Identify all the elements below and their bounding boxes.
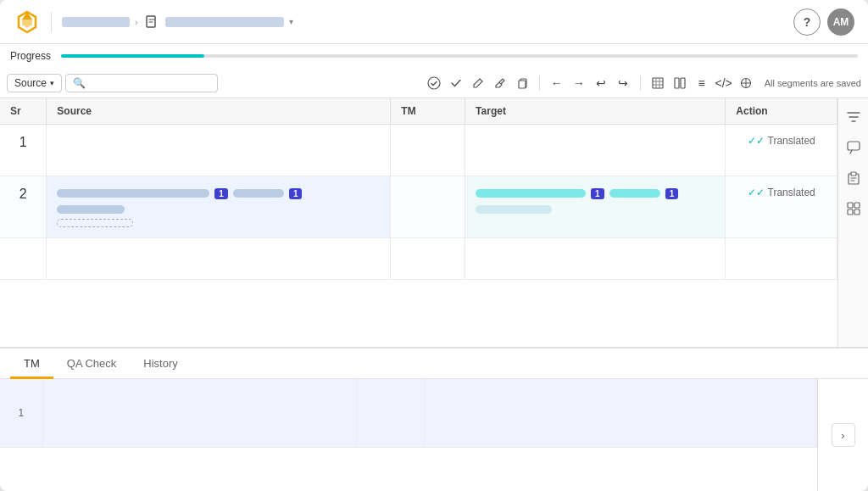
progress-fill [61, 54, 204, 58]
table-row: 2 1 1 [0, 176, 837, 238]
bottom-table: 1 [0, 379, 817, 491]
row-1-source[interactable] [47, 125, 391, 176]
toolbar-divider-2 [640, 75, 641, 91]
svg-rect-10 [848, 142, 860, 150]
target-bar-row-1: 1 1 [476, 187, 715, 200]
svg-rect-7 [675, 78, 679, 88]
row-1-action-content: ✓✓ Translated [726, 125, 837, 157]
tm-col-tm [356, 379, 424, 447]
row-2-target-content: 1 1 [465, 176, 725, 227]
tm-col-target[interactable] [424, 379, 817, 447]
header-divider [51, 12, 52, 32]
row-2-tm [391, 176, 465, 238]
row-3-action [726, 238, 837, 280]
app-logo [14, 8, 41, 36]
row-2-check-icon: ✓✓ [748, 187, 765, 198]
row-2-target[interactable]: 1 1 [465, 176, 726, 238]
arrow-left-icon[interactable]: ← [548, 75, 565, 92]
tab-tm[interactable]: TM [10, 350, 53, 379]
row-2-source[interactable]: 1 1 [47, 176, 391, 238]
source-bar-row-2 [57, 203, 380, 216]
eraser-icon[interactable] [492, 75, 509, 92]
progress-label: Progress [10, 50, 51, 62]
menu-icon[interactable]: ≡ [693, 75, 710, 92]
source-bar-1 [57, 189, 209, 198]
breadcrumb-separator: › [135, 17, 138, 27]
row-1-target[interactable] [465, 125, 726, 176]
expand-button[interactable]: › [832, 423, 855, 447]
confirm-icon[interactable] [426, 75, 442, 92]
target-bar-2 [609, 189, 660, 198]
row-1-action: ✓✓ Translated [726, 125, 837, 176]
tab-history[interactable]: History [130, 350, 191, 379]
breadcrumb-item-2[interactable] [165, 17, 284, 27]
clipboard-panel-icon[interactable] [842, 166, 865, 190]
col-header-tm: TM [391, 98, 465, 125]
data-table-container: Sr Source TM Target Action 1 [0, 98, 837, 347]
redo-icon[interactable]: ↪ [615, 75, 632, 92]
pencil-icon[interactable] [470, 75, 487, 92]
source-dropdown[interactable]: Source ▾ [7, 74, 62, 92]
toolbar: Source ▾ 🔍 [0, 68, 868, 98]
link-icon[interactable] [737, 75, 754, 92]
col-header-source: Source [47, 98, 391, 125]
svg-rect-14 [854, 203, 860, 208]
main-window: › ▾ ? AM Progress Source ▾ 🔍 [0, 0, 868, 491]
progress-track [61, 54, 858, 58]
svg-rect-16 [854, 209, 860, 215]
right-panel [837, 98, 868, 347]
target-bar-1 [476, 189, 586, 198]
bottom-panel: TM QA Check History 1 [0, 347, 868, 491]
row-1-tm [391, 125, 465, 176]
source-bar-3 [57, 205, 125, 214]
toolbar-icons: ← → ↩ ↪ ≡ </> [426, 75, 754, 92]
breadcrumb-item-1[interactable] [62, 17, 130, 27]
filter-panel-icon[interactable] [842, 105, 865, 129]
bottom-tabs: TM QA Check History [0, 349, 868, 379]
row-2-source-bars: 1 1 [57, 187, 380, 227]
grid-panel-icon[interactable] [842, 197, 865, 220]
save-status: All segments are saved [765, 78, 861, 88]
row-1-source-content [47, 125, 390, 176]
row-3-tm [391, 238, 465, 280]
breadcrumb: › ▾ [62, 14, 293, 31]
tm-row: 1 [0, 379, 817, 447]
undo-icon[interactable]: ↩ [593, 75, 609, 92]
user-avatar[interactable]: AM [827, 8, 854, 36]
bottom-content: 1 › [0, 379, 868, 491]
col-header-target: Target [465, 98, 726, 125]
table-area: Sr Source TM Target Action 1 [0, 98, 868, 347]
row-3-sr [0, 238, 47, 280]
table-icon[interactable] [649, 75, 666, 92]
comments-panel-icon[interactable] [842, 136, 865, 159]
tab-qa-check[interactable]: QA Check [53, 350, 131, 379]
svg-point-4 [428, 77, 440, 89]
target-tag-1: 1 [591, 188, 604, 199]
bottom-right-panel: › [817, 379, 868, 491]
source-tag-2: 1 [289, 188, 303, 199]
search-icon: 🔍 [73, 77, 86, 89]
source-label: Source [14, 77, 47, 89]
progress-container: Progress [0, 44, 868, 68]
code-icon[interactable]: </> [715, 75, 732, 92]
breadcrumb-dropdown-icon[interactable]: ▾ [289, 17, 293, 26]
target-bar-3 [476, 205, 552, 214]
search-box[interactable]: 🔍 [65, 74, 218, 92]
main-area: Sr Source TM Target Action 1 [0, 98, 868, 491]
tm-row-num: 1 [0, 379, 42, 447]
row-3-source[interactable] [47, 238, 391, 280]
arrow-right-icon[interactable]: → [570, 75, 587, 92]
copy-icon[interactable] [514, 75, 531, 92]
col-header-sr: Sr [0, 98, 47, 125]
svg-rect-5 [519, 81, 526, 88]
row-3-target[interactable] [465, 238, 726, 280]
source-tag-1: 1 [214, 188, 228, 199]
help-button[interactable]: ? [793, 8, 821, 36]
translated-label: Translated [768, 135, 815, 147]
row-1-tm-content [391, 125, 465, 176]
tm-col-source[interactable] [42, 379, 356, 447]
columns-icon[interactable] [671, 75, 688, 92]
file-icon [143, 14, 160, 31]
checkmark-icon[interactable] [448, 75, 465, 92]
target-tag-2: 1 [665, 188, 679, 199]
